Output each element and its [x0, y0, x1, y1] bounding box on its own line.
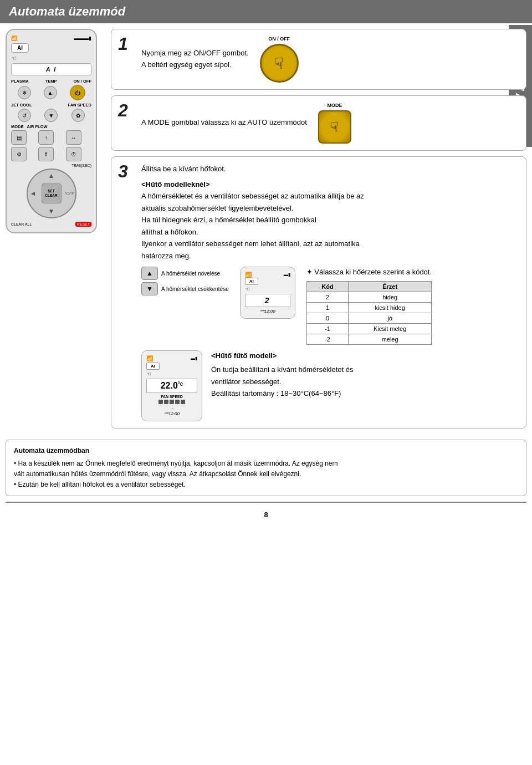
mini-remote-huto: 📶 ▬▮ AI ☜ 2 ᵃᵐ12:00 — [240, 267, 295, 319]
temp-up-btn[interactable]: ▲ — [44, 86, 57, 99]
huto-futo-text: <Hűtő fűtő modell> Ön tudja beállítani a… — [211, 350, 354, 400]
page-title: Automata üzemmód — [9, 4, 523, 19]
set-clear-label: SET CLEAR — [42, 189, 61, 198]
temp-adj-section: ▲ A hőmérséklet növelése ▼ A hőmérséklet… — [141, 267, 518, 345]
hand-icon: ☜ — [11, 55, 17, 62]
step2-line1: A MODE gombbal válassza ki az AUTO üzemm… — [141, 117, 307, 128]
step1-number: 1 — [118, 34, 128, 54]
onoff-btn-label-top: ON / OFF — [260, 36, 299, 42]
hm-bar-seg4 — [175, 400, 180, 404]
col-kod: Kód — [306, 281, 348, 292]
lift-btn[interactable]: ⇑ — [38, 147, 54, 161]
temp-down-btn[interactable]: ▼ — [44, 109, 58, 122]
temp-decrease-label-row: ▼ A hőmérséklet csökkentése — [141, 282, 229, 295]
step1-inner: Nyomja meg az ON/OFF gombot. A beltéri e… — [141, 36, 518, 83]
code-table: Kód Érzet 2hideg1kicsit hideg0jó-1Kicsit… — [306, 281, 432, 345]
huto-futo-title: <Hűtő fűtő modell> — [211, 350, 354, 361]
table-row: -2meleg — [306, 334, 431, 344]
onoff-visual-btn[interactable]: ☟ — [260, 44, 299, 83]
plasma-btn[interactable]: ❄ — [18, 86, 31, 99]
hm-fanspeed-label: FAN SPEED — [146, 395, 197, 399]
hm-bar-seg5 — [181, 400, 185, 404]
onoff-btn-area: ON / OFF ☟ — [260, 36, 299, 83]
hash-note: ✦ Válassza ki hőérzete szerint a kódot. — [306, 267, 432, 278]
hm-temp-display: 22.0°c — [146, 379, 197, 393]
mode-hand-icon: ☟ — [330, 119, 339, 135]
airflow-up-btn[interactable]: ↑ — [38, 130, 54, 145]
temp-decrease-btn[interactable]: ▼ — [141, 282, 158, 295]
huto-futo-text3: Beállítási tartomány : 18~30°C(64~86°F) — [211, 388, 354, 399]
onoff-btn[interactable]: ⏻ — [70, 85, 85, 100]
battery-icon: ▬▬▬▮ — [74, 35, 91, 41]
step3-content: Állítsa be a kívánt hőfokot. <Hűtő model… — [141, 164, 518, 421]
table-cell-erzet: meleg — [349, 334, 432, 344]
huto-futo-text2: ventilátor sebességet. — [211, 376, 354, 387]
jet-cool-btn[interactable]: ↺ — [18, 109, 31, 122]
table-cell-erzet: hideg — [349, 292, 432, 302]
table-cell-kod: -2 — [306, 334, 348, 344]
temp-increase-btn[interactable]: ▲ — [141, 267, 158, 280]
step1-line2: A beltéri egység egyet sípol. — [141, 59, 249, 70]
mini-display-huto: 2 — [245, 294, 290, 307]
table-row: 1kicsit hideg — [306, 302, 431, 313]
hand-press-icon: ☟ — [274, 54, 284, 73]
hm-battery: ▬▮ — [191, 356, 197, 361]
set-clear-btn[interactable]: SET CLEAR — [42, 183, 62, 203]
hm-hand-icon: ☜ — [146, 371, 197, 377]
mode-btn-remote[interactable]: ▤ — [11, 130, 27, 145]
step2-box: 2 A MODE gombbal válassza ki az AUTO üze… — [111, 95, 526, 151]
step1-line1: Nyomja meg az ON/OFF gombot. — [141, 48, 249, 59]
nav-up-icon[interactable]: ▲ — [48, 172, 55, 180]
hm-temp-unit: °c — [178, 381, 183, 387]
airflow-side-btn[interactable]: ↔ — [66, 130, 81, 145]
step3-number: 3 — [118, 161, 128, 182]
mini-hand-icon: ☜ — [245, 286, 290, 292]
temp-increase-label-row: ▲ A hőmérséklet növelése — [141, 267, 229, 280]
hm-ai-label: AI — [146, 363, 160, 370]
table-cell-erzet: Kicsit meleg — [349, 323, 432, 334]
fan-speed-label-remote: FAN SPEED — [68, 103, 91, 108]
bullet-icon1: • — [14, 460, 16, 467]
fan-speed-btn[interactable]: ✿ — [71, 109, 85, 122]
table-body: 2hideg1kicsit hideg0jó-1Kicsit meleg-2me… — [306, 292, 431, 344]
table-cell-kod: 0 — [306, 313, 348, 323]
remote-btn-row1: ❄ ▲ ⏻ — [11, 85, 91, 100]
step2-number: 2 — [118, 100, 128, 121]
air-flow-label: AIR FLOW — [27, 124, 48, 129]
page-number: 8 — [0, 506, 532, 523]
jet-cool-label: JET COOL — [11, 103, 32, 108]
steps-column: 1 Nyomja meg az ON/OFF gombot. A beltéri… — [111, 29, 526, 434]
step3-line1: Állítsa be a kívánt hőfokot. — [141, 164, 518, 175]
remote-column: 📶 ▬▬▬▮ AI ☜ A I PLASMA TEMP ON / OFF ❄ ▲… — [6, 29, 105, 434]
huto-modell-text2: aktuális szobahőmérséklet figyelembevéte… — [141, 203, 518, 214]
step3-box: 3 Állítsa be a kívánt hőfokot. <Hűtő mod… — [111, 156, 526, 429]
table-wrapper: ✦ Válassza ki hőérzete szerint a kódot. … — [306, 267, 432, 345]
hm-arrow-right: → — [146, 405, 197, 411]
bottom-note-text1: Ha a készülék nem az Önnek megfelelő ere… — [18, 460, 338, 467]
table-row: -1Kicsit meleg — [306, 323, 431, 334]
hm-time: ᵃᵐ12:00 — [146, 411, 197, 416]
settings-btn[interactable]: ⚙ — [11, 147, 27, 161]
remote-labels-row: PLASMA TEMP ON / OFF — [11, 79, 91, 84]
huto-modell-text1: A hőmérsékletet és a ventilátor sebesség… — [141, 191, 518, 202]
table-cell-erzet: jó — [349, 313, 432, 323]
huto-futo-text1: Ön tudja beállítani a kívánt hőmérséklet… — [211, 364, 354, 375]
mini-display-val: 2 — [265, 296, 270, 305]
mode-visual-btn[interactable]: ☟ — [318, 110, 351, 144]
timer-btn[interactable]: ⏱ — [66, 147, 81, 161]
nav-down-icon[interactable]: ▼ — [48, 207, 55, 215]
hm-top-row: 📶 ▬▮ — [146, 355, 197, 361]
reset-btn[interactable]: RESET — [75, 222, 91, 227]
divider-line — [6, 502, 526, 503]
nav-left-icon[interactable]: ◄ — [30, 190, 37, 197]
mini-time-huto: ᵃᵐ12:00 — [245, 309, 290, 314]
bottom-note-text3: Ezután be kell állítani hőfokot és a ven… — [18, 481, 186, 488]
step1-content: Nyomja meg az ON/OFF gombot. A beltéri e… — [141, 36, 518, 83]
nav-ring: ▲ ▼ ◄ °C/°F SET CLEAR — [27, 169, 76, 218]
col-erzet: Érzet — [349, 281, 432, 292]
mini-remote-top: 📶 ▬▮ — [245, 272, 290, 278]
hm-bar-seg2 — [164, 400, 168, 404]
nav-temp-unit-label: °C/°F — [65, 192, 74, 196]
step1-text: Nyomja meg az ON/OFF gombot. A beltéri e… — [141, 48, 249, 72]
hm-wifi-icon: 📶 — [146, 355, 153, 361]
